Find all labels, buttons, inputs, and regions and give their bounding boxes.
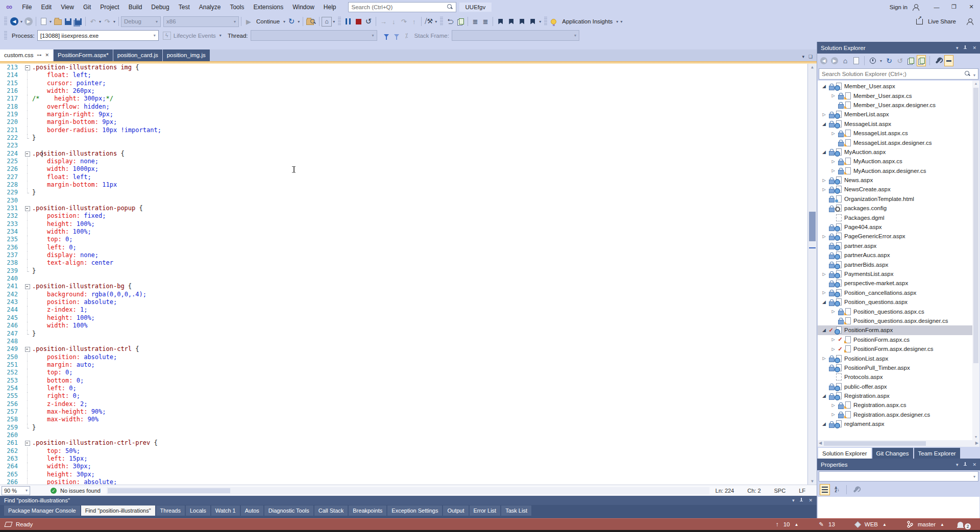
restore-button[interactable]: ❐ <box>945 1 963 13</box>
close-icon[interactable]: ✕ <box>808 498 813 503</box>
indent-decrease-icon[interactable]: ≣ <box>470 16 480 27</box>
pin-icon[interactable] <box>799 498 803 502</box>
forward-icon[interactable]: ▶ <box>830 55 839 66</box>
repository-name[interactable]: WEB <box>865 521 878 527</box>
tree-item[interactable]: ▷MemberList.aspx <box>818 110 979 119</box>
menu-item-extensions[interactable]: Extensions <box>249 2 288 13</box>
play-icon[interactable]: ▶ <box>243 16 254 27</box>
properties-header[interactable]: Properties ▾ ✕ <box>817 459 980 470</box>
solution-search-input[interactable]: Search Solution Explorer (Ctrl+;) ▾ <box>819 68 978 80</box>
tree-item[interactable]: ▷Position_questions.aspx.cs <box>818 307 979 316</box>
find-in-files-button[interactable] <box>305 16 317 27</box>
menu-item-git[interactable]: Git <box>79 2 95 13</box>
minimize-button[interactable]: — <box>928 2 945 13</box>
process-dropdown[interactable]: [13088] iisexpress.exe▾ <box>37 30 159 41</box>
home-icon[interactable]: ⌂ <box>841 55 850 66</box>
document-tab[interactable]: PositionForm.aspx* <box>54 49 113 61</box>
tree-item[interactable]: OrganizationTemplate.html <box>818 194 979 204</box>
lifecycle-dropdown-icon[interactable]: ▾ <box>218 33 223 38</box>
pin-icon[interactable]: ⊶ <box>37 53 42 58</box>
pending-changes-filter-icon[interactable] <box>868 55 877 66</box>
tree-item[interactable]: partnerBids.aspx <box>818 260 979 269</box>
tree-item[interactable]: ◢MessageList.aspx <box>818 119 979 129</box>
pin-icon[interactable] <box>963 45 967 49</box>
toolbar-overflow-icon[interactable]: ▾ <box>619 19 623 24</box>
tool-window-tab[interactable]: Locals <box>186 505 210 516</box>
solution-explorer-header[interactable]: Solution Explorer ▾ ✕ <box>817 42 980 54</box>
tree-item[interactable]: ◢Position_questions.aspx <box>818 297 979 307</box>
tree-expander-icon[interactable]: ◢ <box>821 84 827 89</box>
menu-item-project[interactable]: Project <box>95 2 124 13</box>
toolbar-grip[interactable] <box>4 31 7 40</box>
indent-increase-icon[interactable]: ≣ <box>480 16 491 27</box>
filter-threads-icon[interactable] <box>381 30 391 41</box>
preview-selected-items-icon[interactable] <box>917 55 926 66</box>
alphabetical-sort-icon[interactable]: AZ↓ <box>832 484 842 495</box>
tree-item[interactable]: ▷PositionList.aspx <box>818 353 979 363</box>
branch-caret-icon[interactable]: ▲ <box>940 522 944 527</box>
save-all-button[interactable] <box>73 16 83 27</box>
browse-home-button[interactable]: ⌂ <box>322 17 332 27</box>
fold-collapse-icon[interactable] <box>23 283 32 290</box>
tree-expander-icon[interactable]: ◢ <box>821 299 827 305</box>
tree-expander-icon[interactable]: ▷ <box>830 403 837 408</box>
fold-collapse-icon[interactable] <box>23 345 32 353</box>
bookmarks-dropdown-icon[interactable]: ▾ <box>538 19 542 24</box>
new-item-button[interactable] <box>38 16 48 27</box>
tree-expander-icon[interactable]: ▷ <box>830 168 837 173</box>
show-next-statement-icon[interactable]: → <box>378 16 388 27</box>
tree-item[interactable]: ▷News.aspx <box>818 175 979 185</box>
tool-window-tab[interactable]: Exception Settings <box>387 505 442 516</box>
categorized-view-icon[interactable] <box>820 484 830 495</box>
tree-item[interactable]: ◢Registration.aspx <box>818 391 979 400</box>
new-item-dropdown-icon[interactable]: ▾ <box>48 19 53 24</box>
document-tab[interactable]: position_card.js <box>113 49 162 61</box>
tree-expander-icon[interactable]: ▷ <box>830 309 837 314</box>
previous-bookmark-icon[interactable] <box>506 16 517 27</box>
tree-item[interactable]: public-offer.aspx <box>818 382 979 391</box>
browse-dropdown-icon[interactable]: ▾ <box>332 19 336 24</box>
tree-item[interactable]: ▷Member_User.aspx.cs <box>818 91 979 100</box>
scrollbar-thumb[interactable] <box>824 441 926 446</box>
tree-item[interactable]: MessageList.aspx.designer.cs <box>818 138 979 147</box>
pin-icon[interactable] <box>963 462 967 466</box>
tree-item[interactable]: ▷✓PositionForm.aspx.designer.cs <box>818 344 979 353</box>
filter-dropdown-icon[interactable]: ▾ <box>879 59 883 63</box>
stack-frame-dropdown[interactable]: ▾ <box>452 30 579 41</box>
tree-expander-icon[interactable]: ◢ <box>821 327 827 333</box>
step-into-icon[interactable]: ↓ <box>388 16 399 27</box>
undo-button[interactable]: ↶ <box>88 16 98 27</box>
tool-window-tab[interactable]: Threads <box>156 505 185 516</box>
navigate-backward-button[interactable]: ◀ <box>9 16 19 27</box>
live-share-button[interactable]: Live Share <box>928 18 956 24</box>
menu-item-tools[interactable]: Tools <box>225 2 249 13</box>
redo-dropdown-icon[interactable]: ▾ <box>112 19 116 24</box>
switch-views-icon[interactable] <box>944 55 953 66</box>
show-all-files-icon[interactable] <box>906 55 915 66</box>
toolbar-grip[interactable] <box>4 17 7 26</box>
close-icon[interactable]: ✕ <box>45 53 50 58</box>
tool-window-tab[interactable]: Breakpoints <box>349 505 386 516</box>
tree-item[interactable]: ▷Registration.aspx.designer.cs <box>818 410 979 419</box>
undo-dropdown-icon[interactable]: ▾ <box>98 19 102 24</box>
tree-item[interactable]: ▷Registration.aspx.cs <box>818 400 979 410</box>
panel-tab[interactable]: Team Explorer <box>914 448 960 459</box>
document-outline-icon[interactable] <box>455 16 465 27</box>
tree-expander-icon[interactable]: ◢ <box>821 421 827 426</box>
tree-item[interactable]: ◢reglament.aspx <box>818 419 979 428</box>
close-icon[interactable]: ✕ <box>972 45 976 50</box>
filter-flagged-icon[interactable] <box>391 30 402 41</box>
zoom-level-dropdown[interactable]: 90 %▾ <box>2 486 30 495</box>
send-feedback-icon[interactable] <box>967 18 973 24</box>
tree-item[interactable]: ▷MessageList.aspx.cs <box>818 129 979 138</box>
toolbar-grip[interactable] <box>338 17 341 26</box>
step-over-icon[interactable]: ↷ <box>399 16 409 27</box>
lightning-icon[interactable]: ϟ <box>163 32 171 40</box>
break-all-button[interactable] <box>343 16 353 27</box>
tree-item[interactable]: ▷PaymentsList.aspx <box>818 269 979 278</box>
tree-item[interactable]: Position_questions.aspx.designer.cs <box>818 316 979 325</box>
tree-item[interactable]: Packages.dgml <box>818 213 979 222</box>
panel-tab[interactable]: Git Changes <box>872 448 913 459</box>
editor-vertical-scrollbar[interactable]: ▲ ▼ <box>807 64 817 485</box>
user-icon[interactable] <box>913 4 919 10</box>
